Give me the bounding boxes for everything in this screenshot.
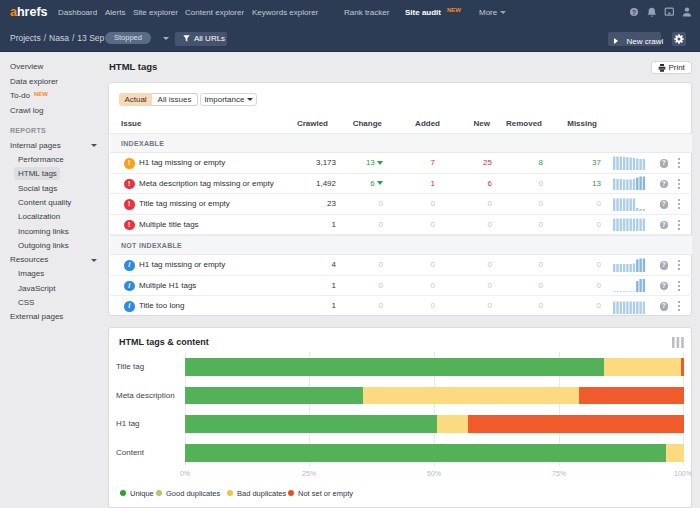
svg-text:?: ?: [632, 9, 636, 16]
